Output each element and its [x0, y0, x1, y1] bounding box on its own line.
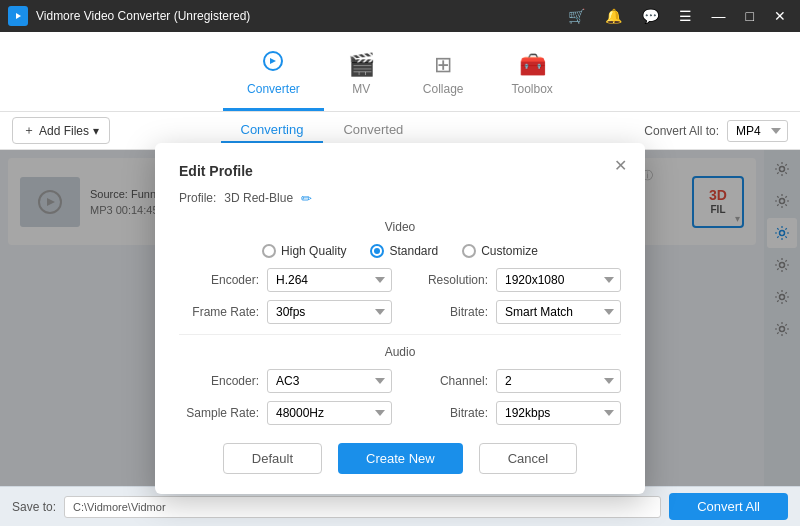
cart-icon[interactable]: 🛒: [562, 6, 591, 26]
samplerate-select[interactable]: 48000Hz44100Hz32000Hz: [267, 401, 392, 425]
mv-icon: 🎬: [348, 52, 375, 78]
quality-customize-label: Customize: [481, 244, 538, 258]
toolbar-tabs: Converting Converted: [221, 118, 424, 143]
app-title: Vidmore Video Converter (Unregistered): [36, 9, 562, 23]
quality-standard[interactable]: Standard: [370, 244, 438, 258]
modal-footer: Default Create New Cancel: [179, 443, 621, 474]
add-files-button[interactable]: ＋ Add Files ▾: [12, 117, 110, 144]
quality-high[interactable]: High Quality: [262, 244, 346, 258]
chat-icon[interactable]: 💬: [636, 6, 665, 26]
main-area: Source: Funny Cal...ggers ⓘ MP3 00:14:45…: [0, 150, 800, 486]
radio-high[interactable]: [262, 244, 276, 258]
collage-icon: ⊞: [434, 52, 452, 78]
close-button[interactable]: ✕: [768, 6, 792, 26]
converter-label: Converter: [247, 82, 300, 96]
audio-bitrate-label: Bitrate:: [408, 406, 488, 420]
video-encoder-select[interactable]: H.264H.265MPEG-4: [267, 268, 392, 292]
save-label: Save to:: [12, 500, 56, 514]
quality-standard-label: Standard: [389, 244, 438, 258]
profile-value: 3D Red-Blue: [224, 191, 293, 205]
convert-all-section: Convert All to: MP4 AVI MKV: [644, 120, 788, 142]
nav-toolbox[interactable]: 🧰 Toolbox: [488, 44, 577, 111]
tab-converting[interactable]: Converting: [221, 118, 324, 143]
encoder-row: Encoder: H.264H.265MPEG-4: [179, 268, 392, 292]
modal-title: Edit Profile: [179, 163, 621, 179]
edit-profile-modal: Edit Profile ✕ Profile: 3D Red-Blue ✏ Vi…: [155, 143, 645, 494]
profile-row: Profile: 3D Red-Blue ✏: [179, 191, 621, 206]
encoder-label: Encoder:: [179, 273, 259, 287]
audio-encoder-label: Encoder:: [179, 374, 259, 388]
save-path[interactable]: C:\Vidmore\Vidmor: [64, 496, 661, 518]
channel-row: Channel: 215.1: [408, 369, 621, 393]
modal-overlay: Edit Profile ✕ Profile: 3D Red-Blue ✏ Vi…: [0, 150, 800, 486]
resolution-select[interactable]: 1920x10801280x720854x480: [496, 268, 621, 292]
window-controls: 🛒 🔔 💬 ☰ — □ ✕: [562, 6, 792, 26]
video-bitrate-label: Bitrate:: [408, 305, 488, 319]
profile-edit-icon[interactable]: ✏: [301, 191, 312, 206]
convert-all-format-select[interactable]: MP4 AVI MKV: [727, 120, 788, 142]
add-files-label: Add Files: [39, 124, 89, 138]
menu-icon[interactable]: ☰: [673, 6, 698, 26]
create-new-button[interactable]: Create New: [338, 443, 463, 474]
video-section-title: Video: [179, 220, 621, 234]
framerate-label: Frame Rate:: [179, 305, 259, 319]
quality-high-label: High Quality: [281, 244, 346, 258]
minimize-button[interactable]: —: [706, 6, 732, 26]
mv-label: MV: [352, 82, 370, 96]
resolution-row: Resolution: 1920x10801280x720854x480: [408, 268, 621, 292]
tab-converted[interactable]: Converted: [323, 118, 423, 143]
modal-close-button[interactable]: ✕: [609, 155, 631, 177]
add-icon: ＋: [23, 122, 35, 139]
video-form-grid: Encoder: H.264H.265MPEG-4 Resolution: 19…: [179, 268, 621, 324]
resolution-label: Resolution:: [408, 273, 488, 287]
app-icon: [8, 6, 28, 26]
samplerate-label: Sample Rate:: [179, 406, 259, 420]
toolbox-label: Toolbox: [512, 82, 553, 96]
audio-encoder-select[interactable]: AC3AACMP3: [267, 369, 392, 393]
titlebar: Vidmore Video Converter (Unregistered) 🛒…: [0, 0, 800, 32]
top-navigation: Converter 🎬 MV ⊞ Collage 🧰 Toolbox: [0, 32, 800, 112]
audio-section-title: Audio: [179, 345, 621, 359]
audio-form-grid: Encoder: AC3AACMP3 Channel: 215.1 Sample…: [179, 369, 621, 425]
nav-collage[interactable]: ⊞ Collage: [399, 44, 488, 111]
nav-converter[interactable]: Converter: [223, 42, 324, 111]
converter-icon: [261, 50, 285, 78]
radio-standard[interactable]: [370, 244, 384, 258]
samplerate-row: Sample Rate: 48000Hz44100Hz32000Hz: [179, 401, 392, 425]
maximize-button[interactable]: □: [740, 6, 760, 26]
video-bitrate-row: Bitrate: Smart Match1000kbps2000kbps: [408, 300, 621, 324]
profile-label: Profile:: [179, 191, 216, 205]
nav-mv[interactable]: 🎬 MV: [324, 44, 399, 111]
cancel-button[interactable]: Cancel: [479, 443, 577, 474]
default-button[interactable]: Default: [223, 443, 322, 474]
channel-select-modal[interactable]: 215.1: [496, 369, 621, 393]
framerate-select[interactable]: 30fps25fps24fps: [267, 300, 392, 324]
notification-icon[interactable]: 🔔: [599, 6, 628, 26]
audio-encoder-row: Encoder: AC3AACMP3: [179, 369, 392, 393]
quality-radio-group: High Quality Standard Customize: [179, 244, 621, 258]
collage-label: Collage: [423, 82, 464, 96]
convert-all-label: Convert All to:: [644, 124, 719, 138]
toolbox-icon: 🧰: [519, 52, 546, 78]
channel-label: Channel:: [408, 374, 488, 388]
quality-customize[interactable]: Customize: [462, 244, 538, 258]
radio-customize[interactable]: [462, 244, 476, 258]
audio-divider: [179, 334, 621, 335]
audio-bitrate-row: Bitrate: 192kbps128kbps256kbps: [408, 401, 621, 425]
add-files-dropdown-icon[interactable]: ▾: [93, 124, 99, 138]
video-bitrate-select[interactable]: Smart Match1000kbps2000kbps: [496, 300, 621, 324]
audio-bitrate-select[interactable]: 192kbps128kbps256kbps: [496, 401, 621, 425]
framerate-row: Frame Rate: 30fps25fps24fps: [179, 300, 392, 324]
convert-all-button[interactable]: Convert All: [669, 493, 788, 520]
